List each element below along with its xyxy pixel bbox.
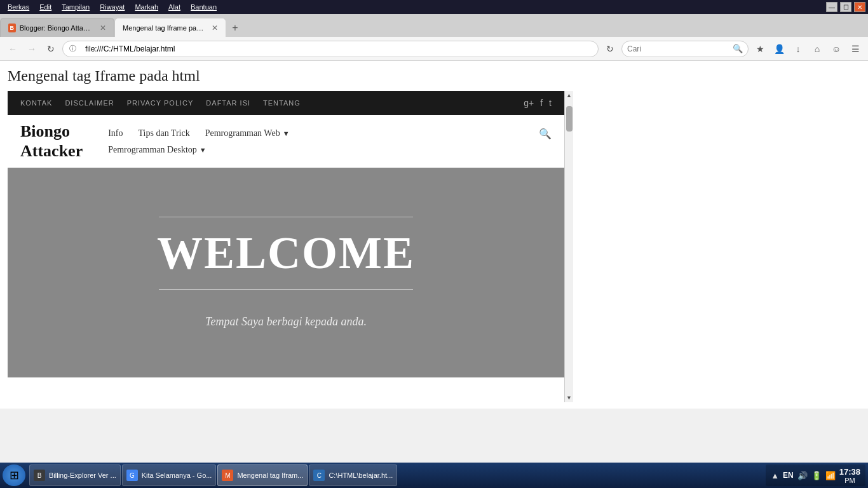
chevron-down-icon-2: ▼	[200, 146, 207, 154]
topnav-privacy[interactable]: PRIVACY POLICY	[127, 99, 194, 107]
menu-icon[interactable]: ☰	[848, 41, 863, 57]
tab-close-blogger[interactable]: ✕	[100, 24, 106, 32]
tab-iframe[interactable]: Mengenal tag Iframe pada html ✕	[114, 18, 226, 37]
maximize-button[interactable]: ☐	[840, 2, 851, 12]
social-twitter-icon[interactable]: t	[549, 98, 552, 108]
menu-alat[interactable]: Alat	[163, 3, 186, 11]
sync-icon[interactable]: 👤	[771, 41, 787, 57]
search-icon: 🔍	[733, 44, 743, 53]
hero-welcome-text: WELCOME	[157, 227, 415, 280]
new-tab-button[interactable]: +	[226, 19, 244, 37]
blog-topnav: KONTAK DISCLAIMER PRIVACY POLICY DAFTAR …	[8, 91, 564, 115]
menu-bantuan[interactable]: Bantuan	[186, 3, 222, 11]
scrollbar-track	[565, 100, 573, 393]
blog-iframe: KONTAK DISCLAIMER PRIVACY POLICY DAFTAR …	[8, 91, 564, 409]
reload-button[interactable]: ↻	[43, 41, 58, 57]
reload-button-2[interactable]: ↻	[602, 41, 618, 57]
scrollbar-thumb[interactable]	[566, 106, 573, 132]
security-info-icon: ⓘ	[69, 44, 76, 53]
hero-top-line	[159, 217, 413, 217]
blog-nav: Info Tips dan Trick Pemrogramman Web ▼ 🔍…	[108, 128, 552, 155]
tab-favicon-blogger: B	[8, 24, 16, 32]
nav-pemrogramman-desktop[interactable]: Pemrogramman Desktop ▼	[108, 145, 206, 155]
blog-hero: WELCOME Tempat Saya berbagi kepada anda.	[8, 168, 564, 377]
menu-markah[interactable]: Markah	[130, 3, 163, 11]
hero-tagline: Tempat Saya berbagi kepada anda.	[205, 315, 367, 329]
menu-bar: Berkas Edit Tampilan Riwayat Markah Alat…	[0, 0, 868, 14]
blog-social: g+ f t	[524, 98, 552, 108]
page-title: Mengenal tag Iframe pada html	[8, 67, 860, 85]
nav-info[interactable]: Info	[108, 128, 123, 139]
home-icon[interactable]: ⌂	[810, 41, 825, 57]
topnav-kontak[interactable]: KONTAK	[20, 99, 52, 107]
blog-topnav-links: KONTAK DISCLAIMER PRIVACY POLICY DAFTAR …	[20, 99, 301, 107]
close-button[interactable]: ✕	[854, 2, 865, 12]
blog-header: BiongoAttacker Info Tips dan Trick Pemro…	[8, 115, 564, 168]
menu-tampilan[interactable]: Tampilan	[57, 3, 95, 11]
iframe-wrapper: KONTAK DISCLAIMER PRIVACY POLICY DAFTAR …	[8, 91, 573, 402]
tab-label-iframe: Mengenal tag Iframe pada html	[123, 24, 205, 32]
scrollbar-down-arrow[interactable]: ▼	[565, 393, 574, 402]
scrollbar-up-arrow[interactable]: ▲	[565, 91, 574, 100]
tab-blogger[interactable]: B Blogger: Biongo Attacker - ... ✕	[0, 18, 114, 37]
menu-riwayat[interactable]: Riwayat	[95, 3, 130, 11]
social-facebook-icon[interactable]: f	[540, 98, 543, 108]
bookmark-icon[interactable]: ★	[752, 41, 768, 57]
menu-berkas[interactable]: Berkas	[3, 3, 34, 11]
user-icon[interactable]: ☺	[829, 41, 844, 57]
blog-search-icon[interactable]: 🔍	[539, 128, 552, 140]
blog-logo: BiongoAttacker	[20, 121, 83, 161]
hero-bottom-line	[159, 289, 413, 290]
tab-close-iframe[interactable]: ✕	[212, 24, 218, 32]
social-googleplus-icon[interactable]: g+	[524, 98, 534, 108]
topnav-tentang[interactable]: TENTANG	[263, 99, 301, 107]
nav-pemrogramman-web[interactable]: Pemrogramman Web ▼	[205, 128, 290, 139]
search-box: 🔍	[621, 41, 749, 57]
iframe-scrollbar[interactable]: ▲ ▼	[564, 91, 573, 402]
minimize-button[interactable]: —	[826, 2, 837, 12]
address-input[interactable]	[79, 41, 592, 57]
tab-label-blogger: Blogger: Biongo Attacker - ...	[20, 24, 93, 32]
menu-edit[interactable]: Edit	[34, 3, 57, 11]
back-button[interactable]: ←	[5, 41, 20, 57]
search-input[interactable]	[627, 44, 730, 53]
address-bar: ← → ↻ ⓘ ↻ 🔍 ★ 👤 ↓ ⌂ ☺ ☰	[0, 37, 868, 61]
tab-bar: B Blogger: Biongo Attacker - ... ✕ Menge…	[0, 14, 868, 37]
forward-button[interactable]: →	[24, 41, 39, 57]
chevron-down-icon: ▼	[283, 130, 290, 137]
nav-tips[interactable]: Tips dan Trick	[139, 128, 190, 139]
topnav-daftar[interactable]: DAFTAR ISI	[206, 99, 250, 107]
topnav-disclaimer[interactable]: DISCLAIMER	[65, 99, 114, 107]
browser-content: Mengenal tag Iframe pada html KONTAK DIS…	[0, 61, 868, 409]
download-icon[interactable]: ↓	[790, 41, 806, 57]
